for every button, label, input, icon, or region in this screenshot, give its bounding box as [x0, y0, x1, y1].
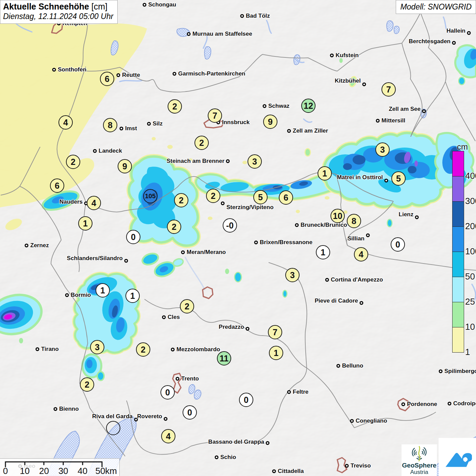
legend-unit-label: cm	[457, 142, 468, 152]
title-box: Aktuelle Schneehöhe [cm] Dienstag, 12.11…	[0, 0, 118, 24]
mountain-app-logo	[439, 438, 476, 476]
legend-tick-label: 25	[465, 296, 475, 307]
scalebar-tick-label: 40	[78, 466, 87, 476]
map-canvas	[0, 0, 476, 476]
geosphere-logo: GeoSphere Austria	[402, 444, 437, 476]
scalebar: 01020304050km	[0, 458, 120, 476]
legend-segment	[453, 277, 464, 302]
legend-segment	[453, 252, 464, 277]
scalebar-tick-label: 20	[39, 466, 49, 476]
scalebar-tick-label: 30	[58, 466, 68, 476]
map-title: Aktuelle Schneehöhe [cm]	[3, 2, 113, 12]
legend-segment	[453, 202, 464, 227]
snow-map-screenshot: SchongauBad TölzKemptenHalleinMurnau am …	[0, 0, 476, 476]
geosphere-name: GeoSphere	[402, 462, 436, 469]
legend-tick-label: 100	[465, 246, 476, 257]
scalebar-tick-label: 0	[3, 466, 8, 476]
geosphere-contour-icon	[410, 445, 428, 462]
legend: cm 4003002001005025101	[448, 142, 476, 360]
legend-tick-label: 50	[465, 271, 475, 282]
scalebar-tick	[44, 461, 45, 465]
legend-bar	[452, 151, 464, 353]
legend-tick-label: 10	[465, 322, 475, 332]
model-box: Modell: SNOWGRID	[396, 0, 476, 14]
map-datetime: Dienstag, 12.11.2024 05:00 Uhr	[3, 12, 113, 21]
scalebar-tick	[24, 461, 25, 465]
model-label: Modell: SNOWGRID	[400, 2, 472, 11]
scalebar-tick-label: 10	[20, 466, 30, 476]
legend-tick-label: 1	[465, 347, 470, 357]
legend-segment	[453, 227, 464, 252]
legend-segment	[453, 327, 464, 352]
mountain-cloud-icon	[443, 442, 472, 472]
scalebar-tick	[63, 461, 64, 465]
map-title-text: Aktuelle Schneehöhe	[3, 2, 89, 11]
legend-tick-label: 300	[465, 196, 476, 206]
map-title-unit: [cm]	[91, 2, 107, 11]
scalebar-line	[5, 461, 102, 462]
geosphere-country: Austria	[410, 469, 428, 476]
legend-segments	[453, 151, 464, 352]
legend-tick-label: 400	[465, 171, 476, 181]
scalebar-tick	[82, 461, 83, 465]
legend-tick-label: 200	[465, 221, 476, 232]
legend-segment	[453, 302, 464, 327]
legend-segment	[453, 176, 464, 202]
scalebar-tick-label: 50km	[95, 466, 117, 476]
legend-segment	[453, 151, 464, 176]
